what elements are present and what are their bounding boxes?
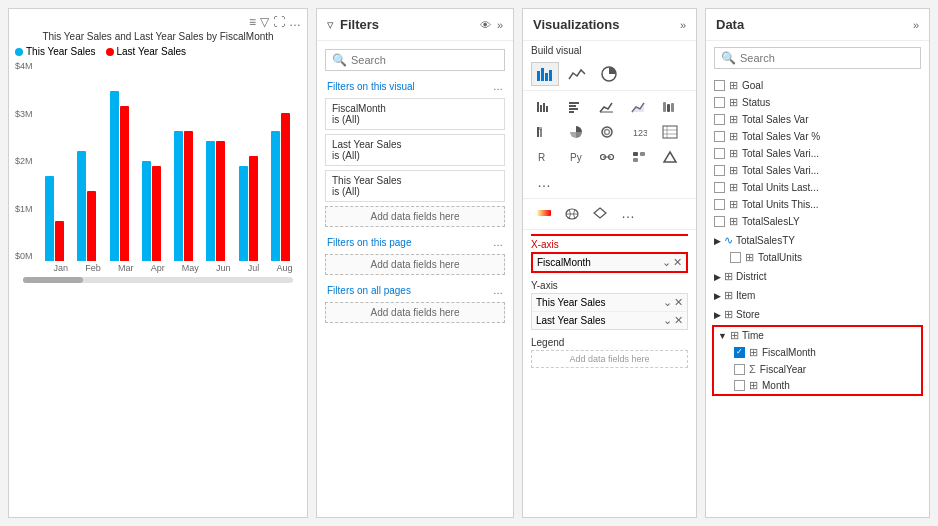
- eye-icon[interactable]: 👁: [480, 19, 491, 31]
- data-search-box[interactable]: 🔍: [714, 47, 921, 69]
- data-search-input[interactable]: [740, 52, 914, 64]
- close-icon-xaxis[interactable]: ✕: [673, 256, 682, 269]
- viz-icon-diamond[interactable]: [587, 201, 613, 225]
- close-icon-yaxis1[interactable]: ✕: [674, 296, 683, 309]
- checkbox-fiscalmonth[interactable]: [734, 347, 745, 358]
- viz-grid-item-1[interactable]: [531, 95, 557, 119]
- data-item-totalsalesvar[interactable]: ⊞ Total Sales Var: [710, 111, 925, 128]
- viz-icon-line-chart[interactable]: [563, 62, 591, 86]
- add-fields-visual[interactable]: Add data fields here: [325, 206, 505, 227]
- filter-card-fiscalmonth[interactable]: FiscalMonth is (All): [325, 98, 505, 130]
- viz-grid-item-12[interactable]: Py: [563, 145, 589, 169]
- checkbox-month[interactable]: [734, 380, 745, 391]
- y-label-3m: $3M: [15, 109, 33, 119]
- data-item-totalunits[interactable]: ⊞ TotalUnits: [726, 249, 925, 266]
- viz-xaxis-field-box: FiscalMonth ⌄ ✕: [531, 252, 688, 273]
- close-icon-yaxis2[interactable]: ✕: [674, 314, 683, 327]
- more-icon-visual[interactable]: …: [493, 81, 503, 92]
- viz-grid-item-custom[interactable]: …: [531, 170, 557, 194]
- table-icon-month: ⊞: [749, 379, 758, 392]
- viz-yaxis-field-item-1[interactable]: This Year Sales ⌄ ✕: [532, 294, 687, 311]
- viz-grid-item-13[interactable]: [594, 145, 620, 169]
- data-item-totalsalesvari1[interactable]: ⊞ Total Sales Vari...: [710, 145, 925, 162]
- data-group-header-time[interactable]: ▼ ⊞ Time: [714, 327, 921, 344]
- data-group-header-item[interactable]: ▶ ⊞ Item: [710, 287, 925, 304]
- viz-grid-item-4[interactable]: [626, 95, 652, 119]
- viz-grid-item-10[interactable]: [657, 120, 683, 144]
- checkbox-totalunitslast[interactable]: [714, 182, 725, 193]
- viz-grid-item-14[interactable]: [626, 145, 652, 169]
- data-item-totalsalestly[interactable]: ⊞ TotalSalesLY: [710, 213, 925, 230]
- data-item-totalunitsthis[interactable]: ⊞ Total Units This...: [710, 196, 925, 213]
- search-icon: 🔍: [332, 53, 347, 67]
- viz-grid-item-3[interactable]: [594, 95, 620, 119]
- chevron-down-icon-yaxis1[interactable]: ⌄: [663, 296, 672, 309]
- viz-icon-gradient[interactable]: [531, 201, 557, 225]
- checkbox-fiscalyear[interactable]: [734, 364, 745, 375]
- svg-rect-10: [569, 105, 576, 107]
- menu-icon[interactable]: ≡: [249, 15, 256, 29]
- viz-xaxis-field-item[interactable]: FiscalMonth ⌄ ✕: [533, 254, 686, 271]
- more-icon[interactable]: …: [289, 15, 301, 29]
- viz-grid-item-9[interactable]: 123: [626, 120, 652, 144]
- viz-icon-dots[interactable]: …: [615, 201, 641, 225]
- viz-grid-item-7[interactable]: [563, 120, 589, 144]
- data-item-totalsalesvarpct[interactable]: ⊞ Total Sales Var %: [710, 128, 925, 145]
- table-icon-time: ⊞: [730, 329, 739, 342]
- bar-jun-lastyear: [216, 141, 225, 261]
- checkbox-status[interactable]: [714, 97, 725, 108]
- checkbox-totalsalesvari2[interactable]: [714, 165, 725, 176]
- chevron-down-icon-yaxis2[interactable]: ⌄: [663, 314, 672, 327]
- viz-grid-item-6[interactable]: [531, 120, 557, 144]
- viz-icon-map[interactable]: [559, 201, 585, 225]
- add-fields-allpages[interactable]: Add data fields here: [325, 302, 505, 323]
- more-icon-allpages[interactable]: …: [493, 285, 503, 296]
- label-goal: Goal: [742, 80, 921, 91]
- filter-card-lastyearsales[interactable]: Last Year Sales is (All): [325, 134, 505, 166]
- label-time: Time: [742, 330, 764, 341]
- filter-icon[interactable]: ▽: [260, 15, 269, 29]
- data-group-header-totalsalesty[interactable]: ▶ ∿ TotalSalesTY: [710, 232, 925, 249]
- checkbox-totalsalesvarpct[interactable]: [714, 131, 725, 142]
- chevron-down-icon-xaxis[interactable]: ⌄: [662, 256, 671, 269]
- filters-search-box[interactable]: 🔍: [325, 49, 505, 71]
- viz-legend-add-fields[interactable]: Add data fields here: [531, 350, 688, 368]
- data-item-fiscalyear[interactable]: Σ FiscalYear: [730, 361, 921, 377]
- data-item-totalsalesvari2[interactable]: ⊞ Total Sales Vari...: [710, 162, 925, 179]
- expand-data-icon[interactable]: »: [913, 19, 919, 31]
- data-group-header-district[interactable]: ▶ ⊞ District: [710, 268, 925, 285]
- checkbox-totalsalesvari1[interactable]: [714, 148, 725, 159]
- chart-scrollbar[interactable]: [23, 277, 293, 283]
- viz-grid-item-11[interactable]: R: [531, 145, 557, 169]
- expand-viz-icon[interactable]: »: [680, 19, 686, 31]
- viz-icon-pie-chart[interactable]: [595, 62, 623, 86]
- svg-point-20: [602, 127, 612, 137]
- data-item-fiscalmonth[interactable]: ⊞ FiscalMonth: [730, 344, 921, 361]
- checkbox-goal[interactable]: [714, 80, 725, 91]
- checkbox-totalsalesvar[interactable]: [714, 114, 725, 125]
- data-item-goal[interactable]: ⊞ Goal: [710, 77, 925, 94]
- filters-search-input[interactable]: [351, 54, 498, 66]
- expand-filters-icon[interactable]: »: [497, 19, 503, 31]
- bar-feb-lastyear: [87, 191, 96, 261]
- data-item-status[interactable]: ⊞ Status: [710, 94, 925, 111]
- viz-grid-item-5[interactable]: [657, 95, 683, 119]
- checkbox-totalsalestly[interactable]: [714, 216, 725, 227]
- expand-icon[interactable]: ⛶: [273, 15, 285, 29]
- viz-grid-item-8[interactable]: [594, 120, 620, 144]
- filter-card-thisyearsales[interactable]: This Year Sales is (All): [325, 170, 505, 202]
- data-group-header-store[interactable]: ▶ ⊞ Store: [710, 306, 925, 323]
- viz-icon-bar-chart[interactable]: [531, 62, 559, 86]
- checkbox-totalunits[interactable]: [730, 252, 741, 263]
- viz-yaxis-field-name-2: Last Year Sales: [536, 315, 606, 326]
- chart-scrollbar-thumb[interactable]: [23, 277, 83, 283]
- viz-grid-item-2[interactable]: [563, 95, 589, 119]
- checkbox-totalunitsthis[interactable]: [714, 199, 725, 210]
- data-item-month[interactable]: ⊞ Month: [730, 377, 921, 394]
- data-item-totalunitslast[interactable]: ⊞ Total Units Last...: [710, 179, 925, 196]
- more-icon-page[interactable]: …: [493, 237, 503, 248]
- add-fields-page[interactable]: Add data fields here: [325, 254, 505, 275]
- label-fiscalmonth: FiscalMonth: [762, 347, 917, 358]
- viz-yaxis-field-item-2[interactable]: Last Year Sales ⌄ ✕: [532, 311, 687, 329]
- viz-grid-item-15[interactable]: [657, 145, 683, 169]
